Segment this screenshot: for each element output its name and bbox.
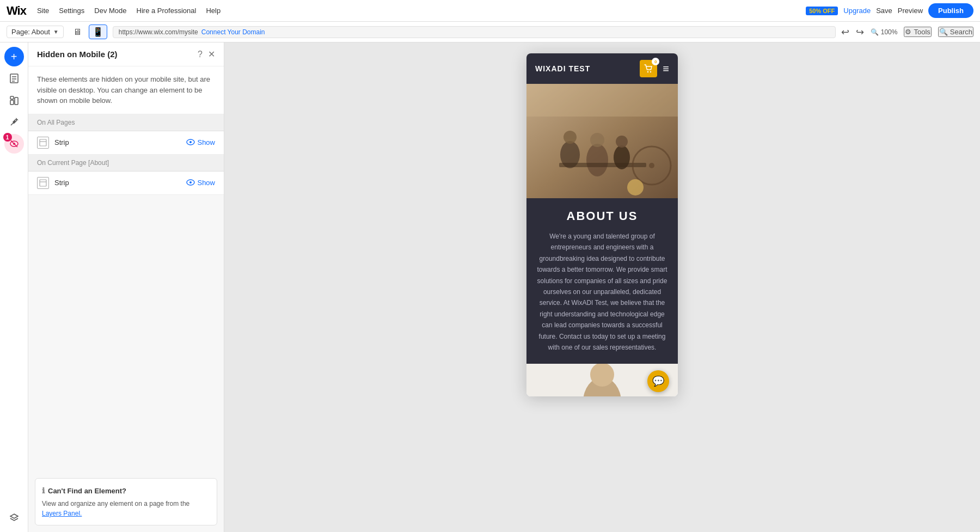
phone-header: WIXADI TEST 0 ≡ [526,53,678,84]
device-toggle-group: 🖥 📱 [69,25,107,39]
nav-help[interactable]: Help [206,7,220,15]
eye-icon-2 [186,179,195,187]
svg-rect-6 [10,96,14,99]
connect-domain-link[interactable]: Connect Your Domain [201,28,265,36]
zoom-level: 🔍 100% [871,28,897,36]
panel-item-strip-2: Strip Show [28,172,224,195]
phone-mockup: WIXADI TEST 0 ≡ [526,53,678,396]
svg-point-17 [189,181,192,184]
section-label-current-page: On Current Page [About] [28,155,224,172]
show-label-2: Show [197,179,215,187]
cart-button[interactable]: 0 [640,60,657,77]
svg-point-13 [189,141,192,143]
strip-2-label: Strip [54,179,69,187]
hamburger-menu-icon[interactable]: ≡ [663,63,669,75]
close-panel-button[interactable]: ✕ [208,49,215,59]
toolbar-right-actions: ↩ ↪ 🔍 100% ⚙ Tools 🔍 Search [841,26,973,38]
strip-1-label: Strip [54,138,69,146]
page-selector-label: Page: About [11,28,50,36]
about-text: We're a young and talented group of entr… [535,231,669,353]
nav-settings[interactable]: Settings [59,7,84,15]
preview-button[interactable]: Preview [898,7,923,15]
search-button[interactable]: 🔍 Search [938,27,973,37]
nav-right-actions: 50% OFF Upgrade Save Preview Publish [806,3,973,18]
save-button[interactable]: Save [876,7,892,15]
top-navigation: Wix Site Settings Dev Mode Hire a Profes… [0,0,980,22]
tools-icon-button[interactable] [4,112,24,132]
strip-element-icon [37,137,49,149]
info-icon: ℹ [42,485,45,497]
sidebar-icon-panel: + 1 [0,42,28,532]
show-strip-2-button[interactable]: Show [186,179,215,187]
svg-point-24 [590,133,604,147]
publish-button[interactable]: Publish [928,3,973,18]
nav-devmode[interactable]: Dev Mode [94,7,126,15]
svg-rect-31 [526,84,678,117]
url-text: https://www.wix.com/mysite [119,28,198,36]
nav-hire-pro[interactable]: Hire a Professional [137,7,197,15]
show-strip-1-button[interactable]: Show [186,138,215,147]
phone-footer: 💬 [526,364,678,396]
panel-header: Hidden on Mobile (2) ? ✕ [28,42,224,66]
svg-point-22 [564,131,577,144]
layers-panel-link[interactable]: Layers Panel. [42,510,82,517]
main-layout: + 1 Hidden on Mobile (2) ? ✕ These eleme… [0,42,980,532]
phone-site-logo: WIXADI TEST [535,64,590,73]
svg-point-23 [586,144,608,176]
discount-badge: 50% OFF [806,7,838,15]
design-icon-button[interactable] [4,90,24,110]
help-icon-button[interactable]: ? [198,50,203,59]
phone-header-icons: 0 ≡ [640,60,669,77]
layers-icon-button[interactable] [4,508,24,528]
panel-item-left-2: Strip [37,177,69,189]
eye-icon-1 [186,138,195,147]
undo-button[interactable]: ↩ [841,26,849,38]
cant-find-description: View and organize any element on a page … [42,500,189,507]
chevron-down-icon: ▼ [53,29,59,35]
phone-hero-image [526,84,678,198]
panel-items-list: On All Pages Strip Show [28,114,224,472]
svg-point-19 [650,71,651,72]
cart-count-badge: 0 [652,58,659,65]
svg-rect-5 [15,97,18,105]
add-elements-button[interactable]: + [4,47,24,66]
cant-find-title: ℹ Can't Find an Element? [42,485,210,497]
svg-point-26 [616,136,628,148]
nav-site[interactable]: Site [37,7,49,15]
pages-icon-button[interactable] [4,69,24,88]
wix-logo: Wix [7,4,26,18]
tools-button[interactable]: ⚙ Tools [904,27,931,37]
show-label-1: Show [197,138,215,146]
panel-item-wrapper-1: Strip Show 2 [28,131,224,155]
svg-point-30 [627,179,644,195]
phone-content: ABOUT US We're a young and talented grou… [526,198,678,364]
canvas-area: WIXADI TEST 0 ≡ [224,42,980,532]
strip-element-icon-2 [37,177,49,189]
panel-item-strip-1: Strip Show [28,131,224,155]
svg-rect-14 [40,180,46,186]
hidden-elements-button[interactable]: 1 [4,134,24,154]
upgrade-link[interactable]: Upgrade [843,7,871,15]
page-selector[interactable]: Page: About ▼ [7,26,64,38]
panel-title: Hidden on Mobile (2) [37,50,118,59]
about-title: ABOUT US [535,209,669,223]
svg-point-33 [590,364,614,387]
section-label-all-pages: On All Pages [28,114,224,131]
url-bar: https://www.wix.com/mysite Connect Your … [113,26,836,38]
mobile-view-button[interactable]: 📱 [89,25,107,39]
hidden-count-badge: 1 [3,133,12,142]
svg-rect-4 [10,100,14,105]
panel-description: These elements are hidden on your mobile… [28,66,224,114]
desktop-view-button[interactable]: 🖥 [69,25,85,39]
svg-point-18 [647,71,648,72]
svg-rect-10 [40,139,46,146]
svg-point-29 [649,163,654,168]
panel-header-icons: ? ✕ [198,49,215,59]
redo-button[interactable]: ↪ [856,26,864,38]
cant-find-element-box: ℹ Can't Find an Element? View and organi… [35,478,217,525]
editor-toolbar: Page: About ▼ 🖥 📱 https://www.wix.com/my… [0,22,980,42]
hidden-elements-panel: Hidden on Mobile (2) ? ✕ These elements … [28,42,224,532]
panel-item-left-1: Strip [37,137,69,149]
nav-links: Site Settings Dev Mode Hire a Profession… [37,7,220,15]
